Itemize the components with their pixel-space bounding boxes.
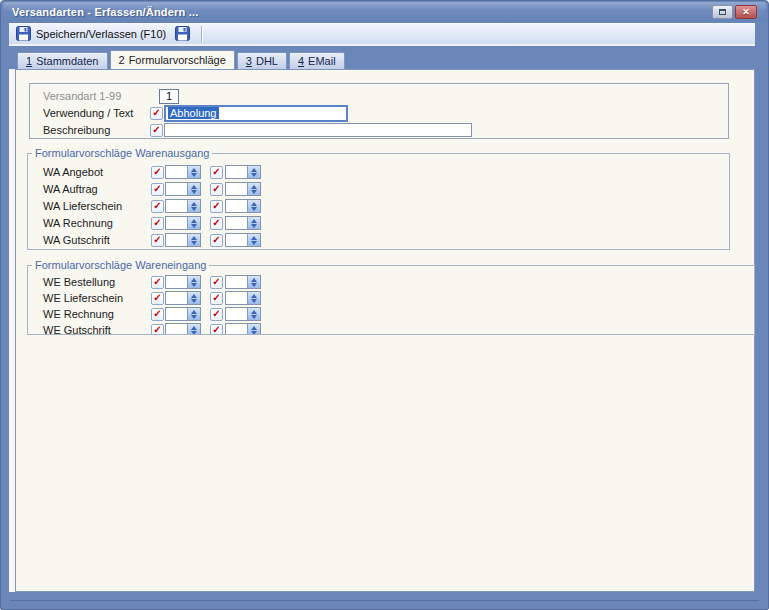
arrow-down-icon: [191, 190, 197, 194]
red-check-icon[interactable]: [210, 217, 223, 230]
spin-up-down-button[interactable]: [187, 183, 200, 195]
spin-value[interactable]: [166, 166, 187, 178]
spinbox-right[interactable]: [225, 216, 261, 230]
spin-up-down-button[interactable]: [247, 234, 260, 246]
spin-up-down-button[interactable]: [247, 292, 260, 304]
red-check-icon[interactable]: [151, 183, 164, 196]
spin-up-down-button[interactable]: [187, 292, 200, 304]
tab-stammdaten[interactable]: 1 Stammdaten: [17, 52, 108, 69]
red-check-icon[interactable]: [151, 324, 164, 336]
spin-up-down-button[interactable]: [247, 276, 260, 288]
spinbox-left[interactable]: [165, 307, 201, 321]
spinbox-left[interactable]: [165, 275, 201, 289]
spin-value[interactable]: [166, 183, 187, 195]
row-label: WE Rechnung: [43, 308, 151, 320]
beschreibung-input[interactable]: [164, 123, 472, 137]
arrow-up-icon: [251, 202, 257, 206]
save-exit-button[interactable]: Speichern/Verlassen (F10): [11, 24, 171, 43]
red-check-icon[interactable]: [210, 183, 223, 196]
tab-email[interactable]: 4 EMail: [289, 52, 345, 69]
verwendung-input[interactable]: Abholung: [164, 105, 348, 122]
tab-formularvorschlaege[interactable]: 2 Formularvorschläge: [110, 50, 235, 69]
spinbox-right[interactable]: [225, 199, 261, 213]
spin-value[interactable]: [226, 183, 247, 195]
spin-value[interactable]: [226, 324, 247, 335]
red-check-icon[interactable]: [150, 107, 163, 120]
maximize-icon: [719, 9, 726, 15]
spin-value[interactable]: [166, 308, 187, 320]
red-check-icon[interactable]: [151, 200, 164, 213]
red-check-icon[interactable]: [210, 292, 223, 305]
spin-value[interactable]: [226, 292, 247, 304]
arrow-down-icon: [191, 299, 197, 303]
tab-dhl[interactable]: 3 DHL: [237, 52, 287, 69]
arrow-up-icon: [251, 326, 257, 330]
spinbox-right[interactable]: [225, 233, 261, 247]
spin-value[interactable]: [226, 308, 247, 320]
spin-value[interactable]: [166, 324, 187, 335]
spin-up-down-button[interactable]: [187, 324, 200, 335]
spin-up-down-button[interactable]: [247, 217, 260, 229]
spin-value[interactable]: [166, 292, 187, 304]
spin-up-down-button[interactable]: [187, 200, 200, 212]
spinbox-right[interactable]: [225, 275, 261, 289]
spinbox-left[interactable]: [165, 165, 201, 179]
spinbox-left[interactable]: [165, 291, 201, 305]
red-check-icon[interactable]: [151, 276, 164, 289]
spinbox-left[interactable]: [165, 182, 201, 196]
red-check-icon[interactable]: [150, 124, 163, 137]
spin-value[interactable]: [166, 217, 187, 229]
spin-value[interactable]: [166, 234, 187, 246]
spinbox-left[interactable]: [165, 323, 201, 335]
form-row: WA Lieferschein: [28, 199, 729, 213]
spin-value[interactable]: [166, 200, 187, 212]
red-check-icon[interactable]: [210, 200, 223, 213]
spinbox-right[interactable]: [225, 323, 261, 335]
tab-number: 1: [26, 55, 32, 67]
red-check-icon[interactable]: [151, 234, 164, 247]
spin-up-down-button[interactable]: [247, 200, 260, 212]
row-label: WA Lieferschein: [43, 200, 151, 212]
spin-up-down-button[interactable]: [247, 166, 260, 178]
red-check-icon[interactable]: [151, 308, 164, 321]
red-check-icon[interactable]: [210, 324, 223, 336]
spin-up-down-button[interactable]: [187, 276, 200, 288]
red-check-icon[interactable]: [210, 166, 223, 179]
versandart-input[interactable]: 1: [159, 89, 179, 104]
spinbox-left[interactable]: [165, 233, 201, 247]
red-check-icon[interactable]: [151, 166, 164, 179]
form-row: WE Bestellung: [28, 275, 754, 289]
form-row: WA Angebot: [28, 165, 729, 179]
spin-up-down-button[interactable]: [187, 217, 200, 229]
window-resize-edge[interactable]: [10, 600, 759, 601]
spinbox-right[interactable]: [225, 182, 261, 196]
red-check-icon[interactable]: [210, 308, 223, 321]
spin-value[interactable]: [226, 200, 247, 212]
spinbox-left[interactable]: [165, 199, 201, 213]
spin-up-down-button[interactable]: [187, 234, 200, 246]
spin-value[interactable]: [226, 166, 247, 178]
red-check-icon[interactable]: [151, 292, 164, 305]
close-button[interactable]: [735, 5, 757, 19]
spin-up-down-button[interactable]: [187, 166, 200, 178]
spin-value[interactable]: [226, 217, 247, 229]
spin-value[interactable]: [166, 276, 187, 288]
maximize-button[interactable]: [712, 5, 733, 19]
spinbox-right[interactable]: [225, 291, 261, 305]
spin-value[interactable]: [226, 234, 247, 246]
spin-up-down-button[interactable]: [187, 308, 200, 320]
spin-up-down-button[interactable]: [247, 324, 260, 335]
row-label: WA Rechnung: [43, 217, 151, 229]
spin-up-down-button[interactable]: [247, 308, 260, 320]
red-check-icon[interactable]: [210, 276, 223, 289]
spinbox-left[interactable]: [165, 216, 201, 230]
spinbox-right[interactable]: [225, 307, 261, 321]
titlebar[interactable]: Versandarten - Erfassen/Ändern ...: [3, 2, 766, 22]
spinbox-right[interactable]: [225, 165, 261, 179]
red-check-icon[interactable]: [151, 217, 164, 230]
spin-up-down-button[interactable]: [247, 183, 260, 195]
spin-value[interactable]: [226, 276, 247, 288]
form-row: WE Gutschrift: [28, 323, 754, 335]
save-icon-button[interactable]: [171, 24, 194, 43]
red-check-icon[interactable]: [210, 234, 223, 247]
